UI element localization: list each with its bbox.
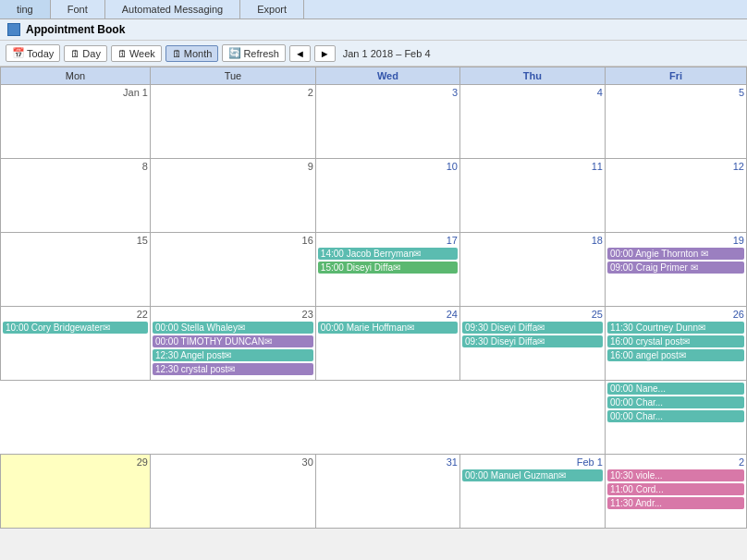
week-label: Week xyxy=(129,48,155,59)
day-jan4: 4 xyxy=(460,85,606,159)
event-viole[interactable]: 10:30 viole... xyxy=(607,469,744,481)
week-row-5: 29 30 31 Feb 1 00:00 Manuel Guzman✉ 2 xyxy=(1,455,747,529)
day-jan5: 5 xyxy=(605,85,746,159)
app-wrapper: ting Font Automated Messaging Export App… xyxy=(0,0,747,529)
day-jan19: 19 00:00 Angie Thornton ✉ 09:00 Craig Pr… xyxy=(605,233,746,307)
header-tue: Tue xyxy=(150,67,315,85)
today-icon: 📅 xyxy=(12,47,25,59)
header-wed: Wed xyxy=(315,67,459,85)
event-cory-bridgewater[interactable]: 10:00 Cory Bridgewater✉ xyxy=(3,322,148,334)
today-label: Today xyxy=(27,48,54,59)
empty-overflow xyxy=(1,381,606,455)
day-label: Day xyxy=(82,48,101,59)
event-diseyi-diffa-2[interactable]: 09:30 Diseyi Diffa✉ xyxy=(462,322,603,334)
event-crystal-post-2[interactable]: 16:00 crystal post✉ xyxy=(607,335,744,347)
tab-export[interactable]: Export xyxy=(240,0,304,18)
event-marie-hoffman[interactable]: 00:00 Marie Hoffman✉ xyxy=(318,322,458,334)
day-jan30: 30 xyxy=(150,455,315,529)
day-jan1: Jan 1 xyxy=(1,85,151,159)
week-row-4: 22 10:00 Cory Bridgewater✉ 23 00:00 Stel… xyxy=(1,307,747,381)
day-jan23: 23 00:00 Stella Whaley✉ 00:00 TIMOTHY DU… xyxy=(150,307,315,381)
event-nane[interactable]: 00:00 Nane... xyxy=(607,383,744,395)
day-jan22: 22 10:00 Cory Bridgewater✉ xyxy=(1,307,151,381)
day-icon: 🗓 xyxy=(70,48,80,59)
day-jan12: 12 xyxy=(605,159,746,233)
title-label: Appointment Book xyxy=(26,23,125,36)
event-manuel-guzman[interactable]: 00:00 Manuel Guzman✉ xyxy=(462,469,603,481)
event-char-2[interactable]: 00:00 Char... xyxy=(607,410,744,422)
day-jan26: 26 11:30 Courtney Dunn✉ 16:00 crystal po… xyxy=(605,307,746,381)
calendar-header: Mon Tue Wed Thu Fri xyxy=(1,67,747,85)
event-angel-post-1[interactable]: 12:30 Angel post✉ xyxy=(153,349,313,361)
event-stella-whaley[interactable]: 00:00 Stella Whaley✉ xyxy=(153,322,313,334)
event-crystal-post-1[interactable]: 12:30 crystal post✉ xyxy=(153,363,313,375)
event-courtney-dunn[interactable]: 11:30 Courtney Dunn✉ xyxy=(607,322,744,334)
next-button[interactable]: ► xyxy=(314,45,336,62)
toolbar: 📅 Today 🗓 Day 🗓 Week 🗓 Month 🔄 Refresh ◄… xyxy=(0,41,747,67)
refresh-icon: 🔄 xyxy=(228,47,241,59)
top-tabs: ting Font Automated Messaging Export xyxy=(0,0,747,19)
month-icon: 🗓 xyxy=(172,48,182,59)
day-jan29: 29 xyxy=(1,455,151,529)
day-jan2: 2 xyxy=(150,85,315,159)
day-jan10: 10 xyxy=(315,159,459,233)
day-jan24: 24 00:00 Marie Hoffman✉ xyxy=(315,307,459,381)
header-fri: Fri xyxy=(605,67,746,85)
date-range: Jan 1 2018 – Feb 4 xyxy=(343,48,431,59)
today-button[interactable]: 📅 Today xyxy=(6,44,60,62)
event-timothy-duncan[interactable]: 00:00 TIMOTHY DUNCAN✉ xyxy=(153,335,313,347)
refresh-label: Refresh xyxy=(243,48,279,59)
day-jan9: 9 xyxy=(150,159,315,233)
tab-ting[interactable]: ting xyxy=(0,0,51,18)
event-diseyi-diffa-1[interactable]: 15:00 Diseyi Diffa✉ xyxy=(318,262,458,274)
day-jan16: 16 xyxy=(150,233,315,307)
day-jan31: 31 xyxy=(315,455,459,529)
calendar: Mon Tue Wed Thu Fri Jan 1 2 3 xyxy=(0,67,747,529)
day-button[interactable]: 🗓 Day xyxy=(64,45,107,62)
tab-font[interactable]: Font xyxy=(51,0,105,18)
day-feb1: Feb 1 00:00 Manuel Guzman✉ xyxy=(460,455,606,529)
day-jan15: 15 xyxy=(1,233,151,307)
month-button[interactable]: 🗓 Month xyxy=(165,45,219,62)
week-icon: 🗓 xyxy=(117,48,128,59)
day-feb2: 2 10:30 viole... 11:00 Cord... 11:30 And… xyxy=(605,455,746,529)
week-row-3: 15 16 17 14:00 Jacob Berryman✉ 15:00 Dis… xyxy=(1,233,747,307)
week-row-2: 8 9 10 11 12 xyxy=(1,159,747,233)
tab-automated-messaging[interactable]: Automated Messaging xyxy=(105,0,240,18)
month-label: Month xyxy=(184,48,213,59)
day-jan17: 17 14:00 Jacob Berryman✉ 15:00 Diseyi Di… xyxy=(315,233,459,307)
calendar-icon xyxy=(7,23,20,36)
event-craig-primer[interactable]: 09:00 Craig Primer ✉ xyxy=(607,262,744,274)
day-jan25: 25 09:30 Diseyi Diffa✉ 09:30 Diseyi Diff… xyxy=(460,307,606,381)
event-andr[interactable]: 11:30 Andr... xyxy=(607,497,744,509)
event-diseyi-diffa-3[interactable]: 09:30 Diseyi Diffa✉ xyxy=(462,335,603,347)
prev-button[interactable]: ◄ xyxy=(289,45,311,62)
day-jan8: 8 xyxy=(1,159,151,233)
week-row-4b: 00:00 Nane... 00:00 Char... 00:00 Char..… xyxy=(1,381,747,455)
week-row-1: Jan 1 2 3 4 5 xyxy=(1,85,747,159)
event-angel-post-2[interactable]: 16:00 angel post✉ xyxy=(607,349,744,361)
event-jacob-berryman[interactable]: 14:00 Jacob Berryman✉ xyxy=(318,248,458,260)
day-jan3: 3 xyxy=(315,85,459,159)
header-thu: Thu xyxy=(460,67,606,85)
day-jan18: 18 xyxy=(460,233,606,307)
day-jan26-overflow: 00:00 Nane... 00:00 Char... 00:00 Char..… xyxy=(605,381,746,455)
title-bar: Appointment Book xyxy=(0,19,747,41)
event-char-1[interactable]: 00:00 Char... xyxy=(607,396,744,408)
event-cord[interactable]: 11:00 Cord... xyxy=(607,483,744,495)
header-mon: Mon xyxy=(1,67,151,85)
refresh-button[interactable]: 🔄 Refresh xyxy=(222,44,286,62)
day-jan11: 11 xyxy=(460,159,606,233)
week-button[interactable]: 🗓 Week xyxy=(111,45,162,62)
event-angie-thornton[interactable]: 00:00 Angie Thornton ✉ xyxy=(607,248,744,260)
